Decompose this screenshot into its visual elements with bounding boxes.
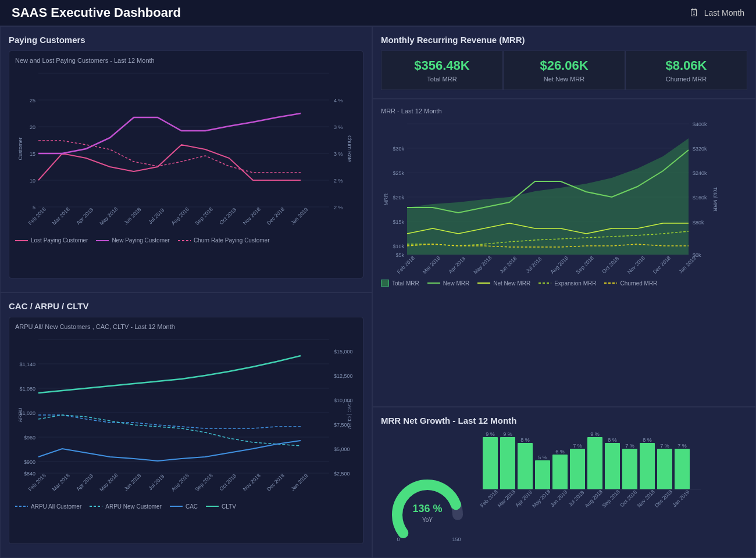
svg-text:Jun 2018: Jun 2018 xyxy=(123,206,142,226)
svg-text:9 %: 9 % xyxy=(503,431,512,437)
date-filter[interactable]: 🗓 Last Month xyxy=(689,7,744,19)
net-new-mrr-card: $26.06K Net New MRR xyxy=(503,51,625,90)
cac-arpu-chart: $840 $900 $960 $1,020 $1,080 $1,140 ARPU… xyxy=(15,334,352,496)
cac-arpu-chart-title: ARPU All/ New Customers , CAC, CLTV - La… xyxy=(15,323,357,330)
svg-text:Sep 2018: Sep 2018 xyxy=(575,255,595,275)
svg-text:$30k: $30k xyxy=(393,146,404,152)
mrr-net-growth-title: MRR Net Growth - Last 12 Month xyxy=(381,416,747,425)
svg-text:Sep 2018: Sep 2018 xyxy=(601,489,621,509)
svg-text:7 %: 7 % xyxy=(660,443,669,449)
svg-rect-111 xyxy=(552,455,568,489)
svg-text:$15,000: $15,000 xyxy=(334,349,353,355)
svg-text:May 2018: May 2018 xyxy=(472,255,493,275)
svg-text:Jun 2018: Jun 2018 xyxy=(549,489,568,508)
svg-text:Mar 2018: Mar 2018 xyxy=(51,472,71,492)
svg-text:Jan 2019: Jan 2019 xyxy=(677,255,697,274)
svg-text:Sep 2018: Sep 2018 xyxy=(194,472,214,492)
svg-text:Nov 2018: Nov 2018 xyxy=(636,489,656,509)
mrr-header-section: Monthly Recurring Revenue (MRR) $356.48K… xyxy=(372,26,756,99)
paying-customers-panel: Paying Customers New and Lost Paying Cus… xyxy=(0,26,372,292)
svg-point-98 xyxy=(397,485,458,545)
svg-text:Aug 2018: Aug 2018 xyxy=(550,255,569,275)
donut-chart-area: 136 % YoY 0 150 xyxy=(381,468,474,544)
mrr-cards: $356.48K Total MRR $26.06K Net New MRR $… xyxy=(381,51,747,90)
svg-text:$10k: $10k xyxy=(393,244,404,249)
mrr-net-growth-section: MRR Net Growth - Last 12 Month 136 % YoY… xyxy=(372,407,756,558)
svg-text:May 2018: May 2018 xyxy=(531,488,551,509)
svg-text:$80k: $80k xyxy=(693,220,704,226)
svg-rect-123 xyxy=(657,449,672,489)
paying-customers-legend: Lost Paying Customer New Paying Customer… xyxy=(15,237,357,244)
net-growth-content: 136 % YoY 0 150 9 % xyxy=(381,431,747,544)
svg-text:10: 10 xyxy=(30,178,35,184)
svg-text:$5k: $5k xyxy=(395,252,404,258)
svg-text:Mar 2018: Mar 2018 xyxy=(51,206,71,226)
cac-arpu-chart-box: ARPU All/ New Customers , CAC, CLTV - La… xyxy=(9,317,363,545)
svg-rect-107 xyxy=(518,443,533,489)
mrr-chart-section: MRR - Last 12 Month $5k $10k $15k $20k $… xyxy=(372,99,756,407)
svg-text:9 %: 9 % xyxy=(590,431,600,437)
paying-customers-title: Paying Customers xyxy=(9,35,363,45)
donut-chart: 136 % YoY 0 150 xyxy=(384,468,471,544)
mrr-chart-title: MRR - Last 12 Month xyxy=(381,108,747,115)
svg-text:136 %: 136 % xyxy=(412,503,442,514)
svg-text:Apr 2018: Apr 2018 xyxy=(514,489,533,508)
svg-text:9 %: 9 % xyxy=(486,431,495,437)
churned-mrr-value: $8.06K xyxy=(632,58,741,73)
bar-chart-area: 9 % 9 % 8 % 5 % 6 % xyxy=(480,431,747,544)
svg-text:Jul 2018: Jul 2018 xyxy=(567,489,585,507)
svg-text:Feb 2018: Feb 2018 xyxy=(479,489,499,509)
svg-text:Aug 2018: Aug 2018 xyxy=(584,489,604,509)
svg-rect-117 xyxy=(605,443,620,489)
svg-rect-113 xyxy=(570,449,585,489)
svg-text:ARPU: ARPU xyxy=(17,407,23,422)
svg-text:$25k: $25k xyxy=(393,170,404,176)
svg-text:Feb 2018: Feb 2018 xyxy=(27,206,47,226)
cac-arpu-panel: CAC / ARPU / CLTV ARPU All/ New Customer… xyxy=(0,292,372,559)
svg-text:May 2018: May 2018 xyxy=(98,472,119,492)
svg-text:Jun 2018: Jun 2018 xyxy=(498,255,518,274)
mrr-title: Monthly Recurring Revenue (MRR) xyxy=(381,35,747,45)
svg-text:$2,500: $2,500 xyxy=(334,471,350,477)
svg-text:$960: $960 xyxy=(24,435,35,441)
net-growth-bars: 9 % 9 % 8 % 5 % 6 % xyxy=(480,431,701,542)
churned-mrr-card: $8.06K Churned MRR xyxy=(625,51,747,90)
svg-text:Jul 2018: Jul 2018 xyxy=(147,207,165,225)
svg-text:25: 25 xyxy=(30,98,35,103)
svg-text:Oct 2018: Oct 2018 xyxy=(601,255,620,274)
svg-text:Mar 2018: Mar 2018 xyxy=(422,255,441,275)
svg-text:CAC | CLTV: CAC | CLTV xyxy=(347,400,352,429)
svg-text:$1,080: $1,080 xyxy=(19,386,35,392)
svg-text:Jan 2019: Jan 2019 xyxy=(290,473,309,492)
right-column: Monthly Recurring Revenue (MRR) $356.48K… xyxy=(372,26,756,558)
svg-text:2 %: 2 % xyxy=(334,205,343,210)
svg-text:$240k: $240k xyxy=(693,170,707,176)
svg-text:$160k: $160k xyxy=(693,195,707,201)
paying-customers-chart: 5 10 15 20 25 Customer 2 % 2 % 3 % 3 % 4… xyxy=(15,67,352,230)
svg-text:Nov 2018: Nov 2018 xyxy=(242,206,262,226)
svg-text:$5,000: $5,000 xyxy=(334,446,350,452)
svg-text:$400k: $400k xyxy=(693,121,707,127)
svg-text:8 %: 8 % xyxy=(643,437,652,443)
svg-text:Apr 2018: Apr 2018 xyxy=(447,255,466,274)
paying-customers-chart-title: New and Lost Paying Customers - Last 12 … xyxy=(15,57,357,64)
svg-text:MRR: MRR xyxy=(383,193,389,205)
header: SAAS Executive Dashboard 🗓 Last Month xyxy=(0,0,756,26)
svg-text:$320k: $320k xyxy=(693,146,707,152)
svg-rect-105 xyxy=(500,437,515,489)
cac-arpu-title: CAC / ARPU / CLTV xyxy=(9,301,363,311)
main-grid: Paying Customers New and Lost Paying Cus… xyxy=(0,26,756,558)
svg-text:8 %: 8 % xyxy=(520,437,530,443)
svg-text:$12,500: $12,500 xyxy=(334,373,353,379)
svg-text:Aug 2018: Aug 2018 xyxy=(170,472,190,492)
svg-text:7 %: 7 % xyxy=(625,443,634,449)
svg-rect-125 xyxy=(675,449,690,489)
svg-rect-103 xyxy=(483,437,498,489)
svg-text:3 %: 3 % xyxy=(334,151,343,157)
svg-text:Dec 2018: Dec 2018 xyxy=(654,489,673,509)
svg-text:Churn Rate: Churn Rate xyxy=(347,135,352,162)
svg-text:Customer: Customer xyxy=(17,137,23,160)
svg-text:Apr 2018: Apr 2018 xyxy=(75,473,94,492)
svg-text:$840: $840 xyxy=(24,471,35,477)
total-mrr-card: $356.48K Total MRR xyxy=(381,51,503,90)
